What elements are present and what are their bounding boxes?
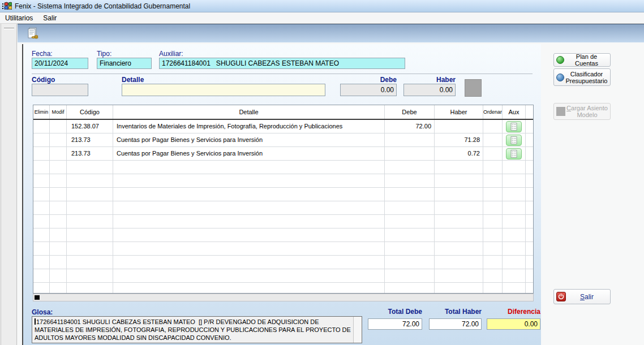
cell-detalle: Cuentas por Pagar Bienes y Servicios par…	[113, 133, 385, 147]
cell-elimin	[33, 269, 50, 283]
menu-bar: Utilitarios Salir	[0, 12, 644, 24]
cell-ordenar	[483, 174, 503, 188]
document-icon	[510, 136, 517, 144]
menu-utilitarios[interactable]: Utilitarios	[0, 13, 38, 23]
column-header-aux[interactable]: Aux	[503, 105, 526, 119]
column-header-filler	[526, 105, 533, 119]
window-body: Fecha: 20/11/2024 Tipo: Financiero Auxil…	[0, 24, 644, 345]
table-row[interactable]	[33, 215, 533, 228]
cell-haber	[435, 120, 483, 133]
table-row[interactable]	[33, 283, 533, 294]
collapsed-side-panel[interactable]	[1, 24, 17, 345]
total-debe-label: Total Debe	[368, 308, 422, 316]
cell-elimin	[33, 174, 50, 188]
cell-debe	[385, 201, 435, 215]
cell-debe	[385, 174, 435, 188]
haber-input[interactable]: 0.00	[403, 84, 456, 96]
column-header-detalle[interactable]: Detalle	[113, 105, 385, 119]
table-header-row: EliminModifCódigoDetalleDebeHaberOrdenar…	[33, 105, 533, 120]
table-row[interactable]	[33, 228, 533, 242]
cell-aux	[503, 161, 526, 174]
title-bar[interactable]: Fenix - Sistema Integrado de Contabilida…	[0, 0, 644, 12]
table-row[interactable]: 213.73Cuentas por Pagar Bienes y Servici…	[33, 147, 533, 161]
cell-elimin	[33, 133, 50, 147]
aux-detail-button[interactable]	[506, 121, 522, 132]
cell-debe	[385, 161, 435, 174]
main-area: Fecha: 20/11/2024 Tipo: Financiero Auxil…	[18, 24, 644, 345]
new-voucher-button[interactable]	[25, 27, 40, 41]
cell-elimin	[33, 161, 50, 174]
cell-detalle	[113, 215, 385, 228]
table-row[interactable]	[33, 242, 533, 256]
text-caret	[35, 318, 36, 325]
codigo-input[interactable]	[32, 84, 88, 96]
scrollbar-thumb[interactable]	[35, 295, 40, 300]
cell-ordenar	[483, 256, 503, 269]
column-header-codigo[interactable]: Código	[67, 105, 113, 119]
cell-aux	[503, 120, 526, 133]
cell-detalle: Cuentas por Pagar Bienes y Servicios par…	[113, 147, 385, 161]
menu-salir[interactable]: Salir	[38, 13, 62, 23]
cell-codigo	[67, 269, 113, 283]
column-header-haber[interactable]: Haber	[435, 105, 483, 119]
table-row[interactable]	[33, 174, 533, 188]
column-header-ordenar[interactable]: Ordenar	[483, 105, 503, 119]
aux-detail-button[interactable]	[506, 135, 522, 146]
tipo-field[interactable]: Financiero	[97, 58, 152, 69]
cell-detalle	[113, 174, 385, 188]
salir-button[interactable]: Salir	[553, 289, 611, 304]
glosa-text: 1726641184001 SHUGULI CABEZAS ESTEBAN MA…	[35, 318, 352, 341]
table-row[interactable]	[33, 201, 533, 215]
table-row[interactable]: 213.73Cuentas por Pagar Bienes y Servici…	[33, 133, 533, 147]
cell-codigo	[67, 283, 113, 294]
cell-detalle	[113, 161, 385, 174]
fecha-field[interactable]: 20/11/2024	[32, 58, 88, 69]
plan-de-cuentas-button[interactable]: Plan de Cuentas	[553, 53, 611, 67]
detalle-input[interactable]	[122, 84, 325, 96]
cell-debe	[385, 215, 435, 228]
column-header-modif[interactable]: Modif	[50, 105, 67, 119]
table-row[interactable]	[33, 269, 533, 283]
cell-detalle	[113, 188, 385, 201]
debe-input[interactable]: 0.00	[340, 84, 397, 96]
cell-modif	[50, 120, 67, 133]
table-horizontal-scrollbar[interactable]	[33, 294, 534, 301]
cell-ordenar	[483, 120, 503, 133]
aux-detail-button[interactable]	[506, 148, 522, 159]
table-row[interactable]	[33, 188, 533, 201]
column-header-elimin[interactable]: Elimin	[33, 105, 50, 119]
cell-modif	[50, 283, 67, 294]
glosa-textarea[interactable]: 1726641184001 SHUGULI CABEZAS ESTEBAN MA…	[32, 316, 362, 343]
table-row[interactable]: 152.38.07Inventarios de Materiales de Im…	[33, 120, 533, 133]
cell-modif	[50, 201, 67, 215]
auxiliar-field[interactable]: 1726641184001 SHUGULI CABEZAS ESTEBAN MA…	[159, 58, 405, 69]
glosa-scrollbar[interactable]	[353, 317, 362, 343]
cell-modif	[50, 133, 67, 147]
codigo-label: Código	[32, 76, 55, 84]
app-icon	[2, 2, 12, 11]
add-entry-square-button[interactable]	[465, 79, 482, 97]
cargar-asiento-modelo-button[interactable]: Cargar Asiento Modelo	[553, 103, 611, 120]
cell-codigo	[67, 161, 113, 174]
cell-filler	[526, 201, 533, 215]
cell-haber	[435, 283, 483, 294]
table-row[interactable]	[33, 161, 533, 174]
table-row[interactable]	[33, 256, 533, 269]
cell-filler	[526, 120, 533, 133]
column-header-debe[interactable]: Debe	[385, 105, 435, 119]
clasificador-presupuestario-button[interactable]: Clasificador Presupuestario	[553, 68, 611, 86]
salir-label: Salir	[566, 294, 608, 300]
cell-ordenar	[483, 201, 503, 215]
cell-detalle	[113, 269, 385, 283]
cell-codigo	[67, 228, 113, 242]
cell-codigo: 213.73	[67, 147, 113, 161]
entries-table: EliminModifCódigoDetalleDebeHaberOrdenar…	[33, 105, 534, 294]
cell-aux	[503, 201, 526, 215]
cell-ordenar	[483, 215, 503, 228]
panel-grip[interactable]	[4, 28, 14, 29]
cell-aux	[503, 147, 526, 161]
cell-detalle	[113, 201, 385, 215]
cell-ordenar	[483, 133, 503, 147]
cell-detalle	[113, 283, 385, 294]
cell-detalle: Inventarios de Materiales de Impresión, …	[113, 120, 385, 133]
